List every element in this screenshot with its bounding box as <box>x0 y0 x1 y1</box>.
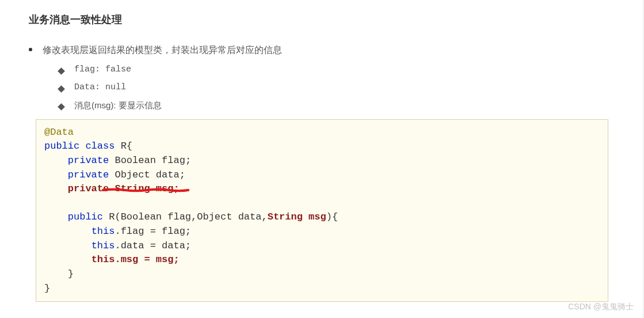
keyword-token: public <box>44 141 79 152</box>
list-item-text: flag: false <box>74 65 131 74</box>
list-item: 消息(msg): 要显示信息 <box>59 100 614 111</box>
keyword-token: public <box>68 211 103 222</box>
code-line: } <box>44 267 600 282</box>
list-item: flag: false <box>59 65 614 74</box>
watermark: CSDN @鬼鬼骑士 <box>568 302 634 312</box>
indent <box>44 169 68 180</box>
code-text: } <box>68 268 74 279</box>
code-text: .flag = flag; <box>115 226 191 237</box>
code-block: @Data public class R{ private Boolean fl… <box>36 119 608 302</box>
document-container: 业务消息一致性处理 修改表现层返回结果的模型类，封装出现异常后对应的信息 fla… <box>0 0 644 318</box>
indent <box>44 240 92 251</box>
field-token: data <box>156 169 180 180</box>
list-item-text: 修改表现层返回结果的模型类，封装出现异常后对应的信息 <box>43 43 282 58</box>
code-line: private Boolean flag; <box>44 154 600 168</box>
annotation-token: @Data <box>44 127 74 138</box>
code-line: public R(Boolean flag,Object data,String… <box>44 210 600 225</box>
list-item: Data: null <box>59 82 614 92</box>
indent <box>44 268 68 279</box>
code-text: R(Boolean flag,Object data, <box>103 211 268 222</box>
code-line: private Object data; <box>44 168 600 183</box>
code-text: ; <box>185 155 191 166</box>
highlighted-code: this.msg = msg; <box>92 254 180 265</box>
code-text: .data = data; <box>115 240 191 251</box>
list-item-text: Data: null <box>74 82 126 92</box>
section-heading: 业务消息一致性处理 <box>29 13 614 26</box>
bullet-list-lvl2: flag: false Data: null 消息(msg): 要显示信息 <box>59 65 614 111</box>
keyword-token: private <box>68 169 109 180</box>
type-token: Object <box>109 169 156 180</box>
keyword-token: this <box>92 226 115 237</box>
field-token: flag <box>162 155 185 166</box>
indent <box>44 155 68 166</box>
code-text: R{ <box>115 141 132 152</box>
code-text: } <box>44 283 50 294</box>
diamond-bullet-icon <box>58 67 65 75</box>
type-token: Boolean <box>109 155 162 166</box>
keyword-token: private <box>68 155 109 166</box>
indent <box>44 254 92 265</box>
code-line: private String msg; <box>44 182 600 196</box>
keyword-token: class <box>85 141 115 152</box>
code-line: this.flag = flag; <box>44 225 600 239</box>
code-line <box>44 196 600 211</box>
code-line: this.msg = msg; <box>44 253 600 267</box>
indent <box>44 226 92 237</box>
list-item: 修改表现层返回结果的模型类，封装出现异常后对应的信息 <box>29 43 614 58</box>
indent <box>44 183 68 194</box>
keyword-token: this <box>92 240 115 251</box>
code-line: } <box>44 282 600 296</box>
highlighted-code: String msg <box>268 211 326 222</box>
code-line: public class R{ <box>44 139 600 154</box>
diamond-bullet-icon <box>58 85 65 93</box>
code-text: ){ <box>326 211 338 222</box>
highlighted-code: private String msg; <box>68 183 180 194</box>
list-item-text: 消息(msg): 要显示信息 <box>74 100 162 111</box>
code-line: this.data = data; <box>44 239 600 253</box>
disc-bullet-icon <box>29 48 32 51</box>
code-text: ; <box>180 169 185 180</box>
bullet-list-lvl1: 修改表现层返回结果的模型类，封装出现异常后对应的信息 <box>29 43 614 58</box>
indent <box>44 211 68 222</box>
diamond-bullet-icon <box>58 103 65 111</box>
code-line: @Data <box>44 126 600 140</box>
